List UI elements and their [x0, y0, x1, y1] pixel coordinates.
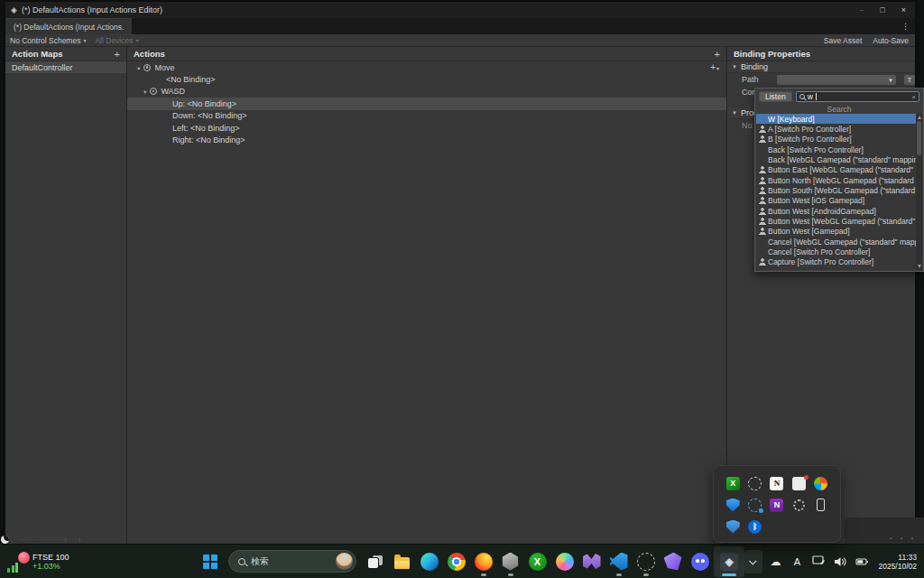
- path-dropdown[interactable]: [777, 75, 896, 85]
- control-picker-result[interactable]: Button North [WebGL Gamepad ("standard: [756, 175, 916, 185]
- minimize-button[interactable]: –: [859, 2, 864, 18]
- taskbar-xbox-icon[interactable]: X: [524, 546, 550, 577]
- control-picker-result[interactable]: Button West [iOS Gamepad]: [756, 196, 916, 206]
- flyout-sync-gear-icon[interactable]: [745, 495, 765, 515]
- control-picker-result[interactable]: Back [Switch Pro Controller]: [756, 144, 916, 154]
- control-search-input[interactable]: w ×: [796, 91, 919, 102]
- binding-section-header[interactable]: ▼ Binding: [727, 61, 915, 73]
- search-highlight-avatar[interactable]: [336, 553, 353, 570]
- taskbar-taskview-icon[interactable]: [362, 546, 388, 577]
- maximize-button[interactable]: □: [880, 2, 884, 18]
- volume-tray-icon[interactable]: [831, 550, 849, 573]
- tree-row-label: Left: <No Binding>: [172, 124, 240, 133]
- actions-title: Actions: [134, 49, 165, 59]
- taskbar-edge-icon[interactable]: [416, 546, 442, 577]
- window-statusbar-text: ·· ··· ····· ····· (·····): [20, 536, 81, 542]
- text-cursor: [816, 93, 817, 100]
- action-tree-row[interactable]: Right: <No Binding> +: [127, 134, 726, 145]
- path-text-mode-button[interactable]: T: [904, 75, 915, 85]
- taskbar-search-input[interactable]: 検索: [228, 550, 356, 573]
- add-action-button[interactable]: +: [715, 49, 720, 60]
- window-titlebar[interactable]: ◈ (*) DefaultActions (Input Actions Edit…: [5, 2, 915, 18]
- tray-chevron-button[interactable]: [744, 550, 762, 573]
- control-picker-result[interactable]: Cancel [WebGL Gamepad ("standard" mapp: [756, 237, 916, 247]
- ime-mode-indicator[interactable]: A: [788, 550, 806, 573]
- action-tree-row[interactable]: <No Binding> +: [127, 73, 726, 85]
- control-picker-result[interactable]: Button South [WebGL Gamepad ("standard: [756, 185, 916, 195]
- scroll-down-icon[interactable]: [918, 265, 921, 268]
- flyout-notification-app-icon[interactable]: [789, 473, 808, 493]
- flyout-microsoft365-icon[interactable]: [811, 473, 831, 493]
- flyout-chatgpt-icon[interactable]: [745, 473, 765, 493]
- flyout-xbox-icon[interactable]: X: [723, 473, 743, 493]
- foldout-arrow-icon[interactable]: [143, 87, 147, 96]
- action-maps-panel: Action Maps + DefaultController: [5, 47, 127, 544]
- tab-defaultactions[interactable]: (*) DefaultActions (Input Actions.: [5, 18, 132, 34]
- flyout-defender-shield-icon[interactable]: [723, 495, 743, 515]
- add-binding-button[interactable]: +: [710, 62, 719, 72]
- control-picker-result[interactable]: Button West [Gamepad]: [756, 227, 916, 237]
- flyout-notion-icon[interactable]: N: [767, 473, 787, 493]
- flyout-security-check-shield-icon[interactable]: [723, 517, 743, 536]
- foldout-arrow-icon: ▼: [732, 64, 737, 70]
- result-label: Back [Switch Pro Controller]: [768, 145, 864, 154]
- add-action-map-button[interactable]: +: [115, 49, 120, 60]
- flyout-bluetooth-icon[interactable]: ᛒ: [745, 517, 765, 536]
- display-pen-tray-icon[interactable]: [809, 550, 827, 573]
- taskbar-obsidian-icon[interactable]: [660, 546, 686, 577]
- taskbar-firefox-icon[interactable]: [470, 546, 496, 577]
- start-button[interactable]: [197, 546, 223, 577]
- taskbar-visual-studio-icon[interactable]: [578, 546, 605, 577]
- save-asset-button[interactable]: Save Asset: [824, 36, 863, 45]
- picker-scrollbar[interactable]: [916, 114, 922, 270]
- action-map-item[interactable]: DefaultController: [5, 61, 126, 73]
- battery-tray-icon[interactable]: [853, 550, 871, 573]
- taskbar-chrome-icon[interactable]: [443, 546, 469, 577]
- control-picker-result[interactable]: B [Switch Pro Controller]: [756, 135, 916, 144]
- clear-search-icon[interactable]: ×: [911, 93, 916, 101]
- taskbar-chatgpt-icon[interactable]: [633, 546, 659, 577]
- taskbar-copilot-icon[interactable]: [551, 546, 578, 577]
- control-picker-result[interactable]: Button West [AndroidGamepad]: [756, 206, 916, 216]
- control-picker-result[interactable]: Back [WebGL Gamepad ("standard" mappin: [756, 154, 916, 164]
- onedrive-tray-icon[interactable]: ☁: [766, 550, 784, 573]
- tree-row-label: Up: <No Binding>: [172, 99, 236, 108]
- scroll-up-icon[interactable]: [918, 116, 921, 119]
- taskbar-clock[interactable]: 11:33 2025/10/02: [874, 553, 922, 571]
- controller-icon: [759, 228, 766, 235]
- foldout-arrow-icon[interactable]: [136, 63, 141, 72]
- tab-menu-icon[interactable]: ⋮: [896, 18, 915, 34]
- control-picker-result[interactable]: Capture [Switch Pro Controller]: [756, 257, 916, 267]
- action-tree-row[interactable]: Left: <No Binding> +: [127, 122, 726, 134]
- action-tree-row[interactable]: Move +: [127, 61, 726, 73]
- result-label: Cancel [WebGL Gamepad ("standard" mapp: [768, 238, 916, 247]
- taskbar-unity-editor-icon[interactable]: ◈: [714, 546, 744, 577]
- action-tree-row[interactable]: WASD +: [127, 86, 726, 98]
- scrollbar-thumb[interactable]: [917, 121, 921, 155]
- flyout-settings-gear-icon[interactable]: [789, 495, 808, 515]
- flyout-mobile-device-icon[interactable]: [811, 495, 831, 515]
- control-picker-result[interactable]: Button West [WebGL Gamepad ("standard": [756, 216, 916, 226]
- widgets-button[interactable]: FTSE 100 +1.03%: [4, 547, 73, 575]
- taskbar-explorer-icon[interactable]: [389, 546, 415, 577]
- auto-save-toggle[interactable]: Auto-Save: [873, 36, 909, 45]
- control-picker-result[interactable]: Button East [WebGL Gamepad ("standard": [756, 165, 916, 175]
- control-picker-result[interactable]: Cancel [Switch Pro Controller]: [756, 247, 916, 256]
- listen-button[interactable]: Listen: [759, 91, 792, 102]
- control-schemes-label: No Control Schemes: [10, 36, 80, 45]
- taskbar-unity-hub-icon[interactable]: [497, 546, 523, 577]
- taskbar-vscode-icon[interactable]: [605, 546, 632, 577]
- result-label: Button South [WebGL Gamepad ("standard: [768, 186, 915, 195]
- flyout-onenote-icon[interactable]: N: [767, 495, 787, 515]
- action-map-label: DefaultController: [12, 63, 73, 72]
- devices-dropdown[interactable]: All Devices ▾: [95, 36, 138, 45]
- tree-row-label: WASD: [161, 87, 185, 96]
- control-picker-result[interactable]: A [Switch Pro Controller]: [756, 124, 916, 134]
- result-label: Cancel [Switch Pro Controller]: [768, 247, 870, 256]
- action-tree-row[interactable]: Up: <No Binding> +: [127, 98, 726, 109]
- action-tree-row[interactable]: Down: <No Binding> +: [127, 110, 726, 122]
- control-picker-result[interactable]: W [Keyboard]: [756, 114, 916, 124]
- close-button[interactable]: ×: [901, 2, 906, 18]
- taskbar-discord-icon[interactable]: [687, 546, 713, 577]
- control-schemes-dropdown[interactable]: No Control Schemes ▾: [10, 36, 86, 45]
